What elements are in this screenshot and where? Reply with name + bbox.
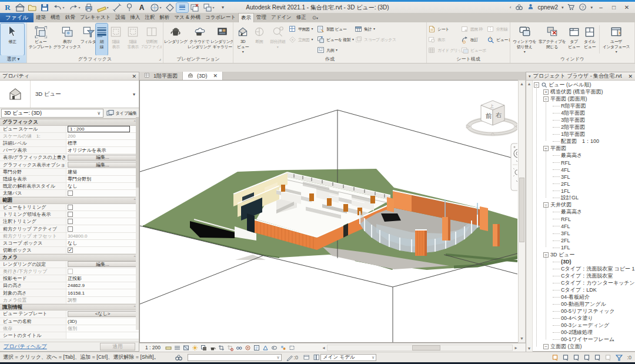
browser-item-1FL[interactable]: 1FL [533, 188, 635, 195]
checkbox-注釈トリミング[interactable] [68, 219, 73, 224]
view-scale-button[interactable]: 1 : 200 [139, 345, 165, 350]
properties-scrollbar[interactable] [136, 117, 139, 330]
browser-item-3階平面図[interactable]: 3階平面図 [533, 116, 635, 123]
ribbon-tab-プレキャスト[interactable]: プレキャスト [78, 13, 113, 22]
sun-path-icon[interactable] [192, 345, 198, 351]
value-パーツ表示[interactable]: オリジナルを表示 [68, 147, 106, 153]
render-dialog-icon[interactable] [209, 345, 216, 351]
browser-item-00-動画用アングル[interactable]: 00-動画用アングル [533, 300, 635, 308]
value-詳細レベル[interactable]: 標準 [68, 140, 77, 146]
browser-item-最高高さ[interactable]: 最高高さ [533, 152, 635, 159]
drag-on-selection-icon[interactable] [605, 354, 612, 361]
ribbon-button-非アクティブを閉じる[interactable]: 非アクティブを閉じる [538, 24, 566, 55]
tab-overflow-icon[interactable]: ⊙▾ [309, 13, 322, 22]
ribbon-button-凡例[interactable]: 凡例▾ [317, 45, 353, 55]
selection-box-icon[interactable] [289, 345, 295, 351]
help-icon[interactable]: ? [579, 3, 587, 12]
editing-requests-icon[interactable] [286, 354, 294, 361]
user-menu-caret-icon[interactable]: ▾ [562, 5, 564, 10]
browser-item-1FL[interactable]: 1FL [533, 244, 635, 251]
qat-customize-icon[interactable]: ▾ [217, 3, 229, 12]
browser-menu-icon[interactable]: ▾ [529, 74, 531, 79]
default-3d-view-icon[interactable]: ▾ [148, 3, 163, 12]
design-option-combo[interactable]: メイン モデル ∨ [320, 354, 376, 361]
select-pinned-icon[interactable] [584, 354, 591, 361]
browser-item-4階平面図[interactable]: 4階平面図 [533, 109, 635, 116]
aligned-dimension-icon[interactable] [111, 3, 123, 12]
shadows-icon[interactable] [200, 345, 207, 351]
ribbon-tab-設備[interactable]: 設備 [113, 13, 128, 22]
canvas-horizontal-scrollbar[interactable]: ◂ ▸ [320, 343, 519, 352]
browser-item-最高高さ[interactable]: 最高高さ [533, 209, 635, 216]
browser-item-R階平面図[interactable]: R階平面図 [533, 102, 635, 109]
ribbon-button-タブビュー[interactable]: タブビュー [566, 24, 581, 55]
search-icon[interactable] [515, 3, 523, 12]
browser-item-00-3シェーディング[interactable]: 00-3シェーディング [533, 322, 635, 329]
hscroll-thumb[interactable] [412, 345, 440, 350]
save-icon[interactable] [39, 3, 51, 12]
scroll-up-icon[interactable]: ▲ [519, 81, 525, 88]
visual-style-icon[interactable] [183, 345, 189, 351]
instance-selector[interactable]: 3D ビュー: (3D) ∨ [1, 109, 103, 118]
ribbon-tab-表示[interactable]: 表示 [238, 13, 254, 22]
print-icon[interactable] [83, 3, 95, 12]
design-options-icon[interactable] [313, 354, 320, 361]
value-隠線を表示[interactable]: 専門分野別 [68, 176, 91, 182]
property-section-グラフィックス[interactable]: グラフィックス⌃ [0, 119, 139, 126]
ribbon-button-レンダリングギャラリー[interactable]: レンダリングギャラリー [211, 24, 233, 55]
input-ビュー スケール[interactable]: 1 : 200 [68, 126, 130, 132]
thin-lines-icon[interactable] [176, 3, 188, 12]
text-icon[interactable]: A [136, 3, 148, 12]
browser-item-(3D)[interactable]: (3D) [533, 258, 635, 265]
close-button[interactable]: ✕ [622, 4, 631, 12]
browser-item-構造伏図 (構造平面図)[interactable]: +構造伏図 (構造平面図) [533, 88, 635, 95]
detail-level-icon[interactable] [174, 345, 181, 351]
browser-item-1階平面図[interactable]: 1階平面図 [533, 131, 635, 138]
ribbon-tab-構造[interactable]: 構造 [48, 13, 63, 22]
tree-expander-icon[interactable]: − [543, 344, 549, 349]
collapse-arrow-icon[interactable]: ‹ [510, 5, 512, 10]
browser-item-天井伏図[interactable]: −天井伏図 [533, 202, 635, 209]
button-表示/グラフィックスの上書き[interactable]: 編集... [68, 155, 138, 161]
browser-item-設計GL[interactable]: 設計GL [533, 195, 635, 202]
browser-item-00-5リアリスティック[interactable]: 00-5リアリスティック [533, 308, 635, 315]
project-browser-close-icon[interactable]: ✕ [628, 74, 633, 79]
browser-item-RFL[interactable]: RFL [533, 159, 635, 166]
worksets-icon[interactable] [303, 354, 310, 361]
redo-icon[interactable]: ▾ [67, 3, 82, 12]
ribbon-button-ユーザインタフェース[interactable]: ユーザインタフェース▾ [601, 24, 631, 55]
home-icon[interactable] [14, 3, 26, 12]
tree-expander-icon[interactable]: + [543, 89, 549, 95]
browser-item-配置図 1：100[interactable]: 配置図 1：100 [533, 138, 635, 145]
apply-button[interactable]: 適用 [100, 343, 135, 350]
tag-icon[interactable] [123, 3, 135, 12]
browser-item-2FL[interactable]: 2FL [533, 181, 635, 188]
close-hidden-windows-icon[interactable] [189, 3, 200, 12]
reveal-hidden-icon[interactable] [245, 345, 251, 351]
ribbon-button-フィルタ[interactable]: フィルタ [81, 24, 96, 55]
constraints-icon[interactable] [271, 345, 278, 351]
properties-close-icon[interactable]: ✕ [132, 74, 136, 79]
temporary-hide-icon[interactable] [236, 345, 242, 351]
browser-scrollbar[interactable]: ▲ ▼ [526, 81, 533, 352]
ribbon-button-ビューテンプレート[interactable]: ビューテンプレート [28, 24, 54, 55]
button-グラフィックス表示オプション[interactable]: 編集... [68, 162, 138, 168]
value-専門分野[interactable]: 建築 [68, 169, 77, 175]
ribbon-tab-鉄骨[interactable]: 鉄骨 [63, 13, 78, 22]
ribbon-button-ウィンドウを切り替え[interactable]: ウィンドウを切り替え▾ [511, 24, 538, 55]
ribbon-button-レンダリング[interactable]: レンダリング [164, 24, 188, 55]
undo-icon[interactable]: ▾ [51, 3, 66, 12]
browser-item-RFL[interactable]: RFL [533, 216, 635, 223]
value-既定の解析表示スタイル[interactable]: なし [68, 183, 77, 189]
view-tab-(3D)[interactable]: (3D)✕ [183, 72, 223, 80]
browser-item-00-1ワイヤーフレーム[interactable]: 00-1ワイヤーフレーム [533, 336, 635, 343]
status-search-combo[interactable]: ∨ [188, 354, 282, 361]
ribbon-button-改訂[interactable]: 改訂 [461, 35, 486, 45]
app-store-icon[interactable] [567, 3, 575, 12]
scroll-left-icon[interactable]: ◂ [320, 345, 327, 350]
browser-item-4FL[interactable]: 4FL [533, 166, 635, 173]
properties-help-link[interactable]: プロパティヘルプ [4, 343, 47, 350]
select-links-icon[interactable] [563, 354, 570, 361]
browser-item-平面図[interactable]: −平面図 [533, 145, 635, 152]
checkbox-ビューをトリミング[interactable] [68, 205, 73, 210]
